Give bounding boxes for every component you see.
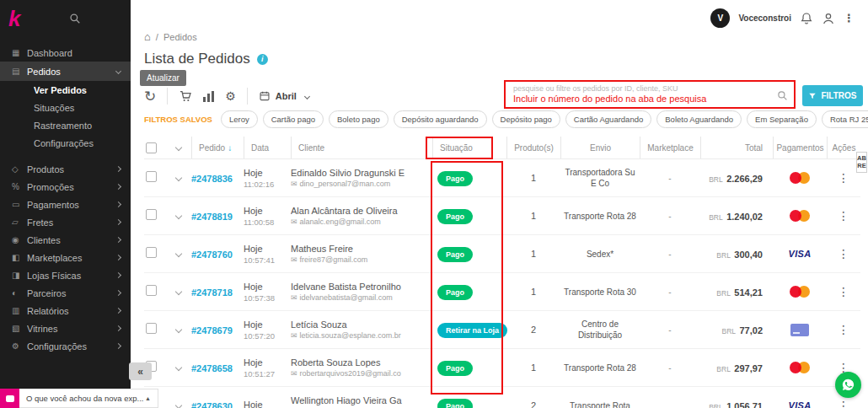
saved-filter-chip[interactable]: Cartão Aguardando — [565, 110, 651, 128]
saved-filter-chip[interactable]: Leroy — [221, 110, 258, 128]
cart-icon[interactable] — [179, 89, 192, 103]
row-actions-kebab[interactable]: ⋮ — [838, 323, 849, 336]
sidebar-item-lojas-fisicas[interactable]: ◨ Lojas Físicas — [0, 266, 131, 284]
header-chevron-icon[interactable] — [175, 144, 182, 151]
account-name[interactable]: Voceconstroi — [738, 13, 791, 23]
column-header-pagamentos[interactable]: Pagamentos — [773, 137, 827, 158]
saved-filter-chip[interactable]: Depósito aguardando — [394, 110, 487, 128]
email-icon: ✉ — [291, 331, 297, 340]
row-actions-kebab[interactable]: ⋮ — [838, 209, 849, 223]
notifications-bell-icon[interactable] — [800, 12, 813, 25]
chevron-icon — [115, 166, 121, 172]
sidebar-item-ver-pedidos[interactable]: Ver Pedidos — [0, 81, 131, 99]
row-expand-chevron-icon[interactable] — [175, 402, 182, 408]
order-id-link[interactable]: #2478718 — [191, 287, 233, 298]
order-id-link[interactable]: #2478679 — [191, 325, 233, 336]
order-id-link[interactable]: #2478760 — [191, 250, 233, 260]
home-icon[interactable]: ⌂ — [144, 30, 151, 43]
filters-button-label: FILTROS — [821, 91, 856, 100]
row-actions-kebab[interactable]: ⋮ — [838, 171, 849, 185]
saved-filter-chip[interactable]: Boleto Aguardando — [656, 110, 742, 128]
order-time: 11:02:16 — [244, 180, 291, 189]
search-input[interactable]: pesquise ou filtre os pedidos por ID, cl… — [504, 80, 796, 109]
row-checkbox[interactable] — [146, 171, 157, 182]
saved-filter-chip[interactable]: Rota RJ 25 — [822, 110, 868, 128]
row-expand-chevron-icon[interactable] — [175, 174, 182, 181]
refresh-button[interactable]: ↻ — [144, 88, 156, 105]
breadcrumb-separator: / — [156, 32, 158, 42]
info-icon[interactable]: i — [257, 54, 268, 65]
settings-gear-icon[interactable]: ⚙ — [225, 89, 236, 103]
column-header-envio[interactable]: Envio — [560, 137, 640, 158]
sidebar-item-vitrines[interactable]: ▧ Vitrines — [0, 319, 131, 337]
select-all-cell — [144, 137, 166, 158]
avatar[interactable]: V — [710, 8, 730, 28]
saved-filter-chip[interactable]: Depósito pago — [492, 110, 560, 128]
order-id-link[interactable]: #2478819 — [191, 212, 233, 222]
order-id-link[interactable]: #2478836 — [191, 174, 233, 184]
sidebar-item-pagamentos[interactable]: ▭ Pagamentos — [0, 196, 131, 213]
month-selector[interactable]: Abril — [259, 90, 309, 102]
sidebar-item-configuracoes[interactable]: Configurações — [0, 134, 131, 152]
sidebar-item-produtos[interactable]: ◇ Produtos — [0, 160, 131, 178]
row-checkbox[interactable] — [146, 285, 157, 296]
select-all-checkbox[interactable] — [146, 142, 157, 153]
row-actions-kebab[interactable]: ⋮ — [838, 285, 849, 298]
row-expand-chevron-icon[interactable] — [175, 212, 182, 219]
sidebar-item-parceiros[interactable]: ◐ Parceiros — [0, 284, 131, 302]
row-expand-chevron-icon[interactable] — [175, 250, 182, 257]
sidebar-item-rastreamento[interactable]: Rastreamento — [0, 116, 131, 134]
breadcrumb-current[interactable]: Pedidos — [163, 32, 197, 42]
row-actions-kebab[interactable]: ⋮ — [838, 247, 849, 260]
row-expand-chevron-icon[interactable] — [175, 326, 182, 333]
stats-icon[interactable] — [203, 91, 214, 102]
column-header-situacao[interactable]: Situação — [432, 137, 506, 158]
sidebar-item-label: Ver Pedidos — [34, 85, 121, 95]
annotation-search-note: Incluir o número do pedido na aba de pes… — [513, 94, 772, 104]
sidebar-collapse-button[interactable]: « — [129, 362, 152, 380]
sidebar-item-relatorios[interactable]: ▥ Relatórios — [0, 302, 131, 319]
saved-filter-chip[interactable]: Em Separação — [747, 110, 817, 128]
marketplace-value: - — [640, 363, 700, 373]
order-date: Hoje — [244, 282, 291, 292]
column-header-pedido[interactable]: Pedido↓ — [191, 137, 244, 158]
column-header-produtos[interactable]: Produto(s) — [506, 137, 560, 158]
saved-filter-chip[interactable]: Cartão pago — [263, 110, 324, 128]
row-expand-chevron-icon[interactable] — [175, 288, 182, 295]
saved-filter-chip[interactable]: Boleto pago — [329, 110, 388, 128]
row-checkbox[interactable] — [146, 323, 157, 334]
sidebar-item-pedidos[interactable]: ▤ Pedidos — [0, 62, 131, 81]
sidebar-search-icon[interactable] — [69, 13, 81, 24]
order-id-link[interactable]: #2478658 — [191, 363, 233, 373]
feedback-icon[interactable] — [0, 389, 19, 408]
brand-logo[interactable]: k — [8, 9, 20, 28]
column-header-acoes[interactable]: Ações — [827, 137, 860, 158]
sidebar-item-fretes[interactable]: ▱ Fretes — [0, 213, 131, 231]
column-header-marketplace[interactable]: Marketplace — [640, 137, 700, 158]
sidebar-item-promocoes[interactable]: % Promoções — [0, 178, 131, 196]
order-id-link[interactable]: #2478630 — [191, 401, 233, 408]
search-icon[interactable] — [777, 89, 788, 100]
row-actions-kebab[interactable]: ⋮ — [838, 399, 849, 408]
reports-icon: ▥ — [12, 306, 27, 315]
row-checkbox[interactable] — [146, 209, 157, 220]
toolbar-divider — [247, 88, 248, 105]
row-expand-chevron-icon[interactable] — [175, 364, 182, 371]
sidebar-item-configuracoes[interactable]: ⚙ Configurações — [0, 337, 131, 355]
sidebar-item-dashboard[interactable]: ▦ Dashboard — [0, 44, 131, 62]
column-header-cliente[interactable]: Cliente — [291, 137, 432, 158]
account-menu-kebab[interactable]: ⋮ — [844, 12, 855, 24]
whatsapp-button[interactable] — [835, 372, 861, 398]
column-header-data[interactable]: Data — [244, 137, 291, 158]
user-icon[interactable] — [822, 12, 835, 25]
status-badge: Pago — [437, 285, 473, 300]
filters-button[interactable]: FILTROS — [802, 85, 863, 106]
row-checkbox[interactable] — [146, 247, 157, 258]
visa-icon: VISA — [789, 249, 812, 259]
sidebar-item-situacoes[interactable]: Situações — [0, 99, 131, 116]
sidebar-item-clientes[interactable]: ◉ Clientes — [0, 231, 131, 249]
feedback-toggle[interactable]: O que você achou da nova exp... ▲ — [19, 389, 158, 408]
sidebar-item-marketplaces[interactable]: ◧ Marketplaces — [0, 249, 131, 266]
column-header-total[interactable]: Total — [700, 137, 773, 158]
side-panel-tab[interactable]: ABRE — [856, 152, 867, 173]
